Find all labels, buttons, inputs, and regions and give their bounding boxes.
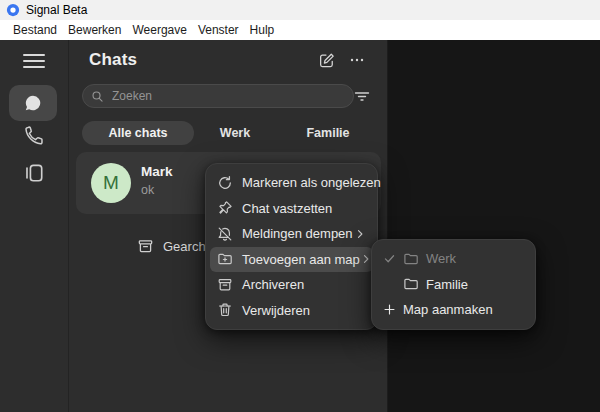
nav-chats-button[interactable] <box>9 85 57 121</box>
menu-item-label: Chat vastzetten <box>242 201 332 216</box>
submenu-item-familie[interactable]: Familie <box>376 272 531 298</box>
menubar: Bestand Bewerken Weergave Venster Hulp <box>0 20 600 40</box>
menu-item-add-to-folder[interactable]: Toevoegen aan map <box>210 247 373 273</box>
folder-plus-icon <box>217 251 233 267</box>
submenu-item-create-folder[interactable]: Map aanmaken <box>376 297 531 323</box>
menu-item-label: Markeren als ongelezen <box>242 175 381 190</box>
menu-item-label: Toevoegen aan map <box>242 252 360 267</box>
filter-icon <box>354 89 370 103</box>
chat-preview: ok <box>141 183 154 197</box>
hamburger-menu-icon[interactable] <box>23 54 45 68</box>
search-row <box>82 84 375 108</box>
conversation-pane <box>388 40 600 412</box>
check-icon <box>383 252 403 265</box>
menu-item-label: Verwijderen <box>242 303 310 318</box>
menubar-item-weergave[interactable]: Weergave <box>127 21 191 39</box>
window-title: Signal Beta <box>26 3 87 17</box>
tab-alle-chats[interactable]: Alle chats <box>82 121 194 145</box>
menu-item-mark-unread[interactable]: Markeren als ongelezen <box>210 170 373 196</box>
nav-calls-button[interactable] <box>23 124 45 146</box>
archive-icon <box>217 277 233 293</box>
page-title: Chats <box>89 50 137 70</box>
submenu-item-werk[interactable]: Werk <box>376 246 531 272</box>
chat-bubble-icon <box>23 93 43 113</box>
signal-logo-icon <box>6 3 20 17</box>
bell-off-icon <box>217 226 233 242</box>
menubar-item-venster[interactable]: Venster <box>193 21 244 39</box>
folder-icon <box>403 251 419 267</box>
compose-icon <box>318 52 335 69</box>
tab-familie[interactable]: Familie <box>293 121 363 145</box>
menu-item-archive[interactable]: Archiveren <box>210 272 373 298</box>
panel-header: Chats <box>89 50 365 70</box>
avatar: M <box>91 163 131 203</box>
chevron-right-icon <box>354 228 366 240</box>
stories-icon <box>23 162 45 184</box>
tab-werk[interactable]: Werk <box>205 121 265 145</box>
search-input[interactable] <box>110 88 345 104</box>
plus-icon <box>383 303 403 316</box>
search-box[interactable] <box>82 84 354 108</box>
menubar-item-hulp[interactable]: Hulp <box>245 21 280 39</box>
folder-icon <box>403 276 419 292</box>
filter-button[interactable] <box>354 89 370 103</box>
phone-icon <box>23 124 45 146</box>
folder-submenu: Werk Familie Map aanmaken <box>371 239 536 330</box>
pin-icon <box>217 200 233 216</box>
submenu-item-label: Familie <box>426 277 468 292</box>
more-options-button[interactable] <box>349 52 365 68</box>
menu-item-delete[interactable]: Verwijderen <box>210 298 373 324</box>
menu-item-pin-chat[interactable]: Chat vastzetten <box>210 196 373 222</box>
menu-item-label: Archiveren <box>242 277 304 292</box>
archive-icon <box>137 238 154 255</box>
submenu-item-label: Werk <box>426 251 456 266</box>
nav-stories-button[interactable] <box>23 162 45 184</box>
chevron-right-icon <box>360 253 372 265</box>
nav-rail <box>0 40 69 412</box>
chat-context-menu: Markeren als ongelezen Chat vastzetten M… <box>205 163 378 330</box>
archived-chats-label: Gearch <box>163 239 206 254</box>
mark-unread-icon <box>217 175 233 191</box>
more-ellipsis-icon <box>349 52 365 68</box>
menu-item-label: Meldingen dempen <box>242 226 353 241</box>
menu-item-mute-notifications[interactable]: Meldingen dempen <box>210 221 373 247</box>
window-titlebar: Signal Beta <box>0 0 600 20</box>
search-icon <box>91 90 104 103</box>
submenu-item-label: Map aanmaken <box>403 302 493 317</box>
compose-button[interactable] <box>318 52 335 69</box>
chat-name: Mark <box>141 164 173 179</box>
chat-filter-tabs: Alle chats Werk Familie <box>69 121 387 145</box>
menubar-item-bewerken[interactable]: Bewerken <box>63 21 126 39</box>
menubar-item-bestand[interactable]: Bestand <box>8 21 62 39</box>
trash-icon <box>217 302 233 318</box>
